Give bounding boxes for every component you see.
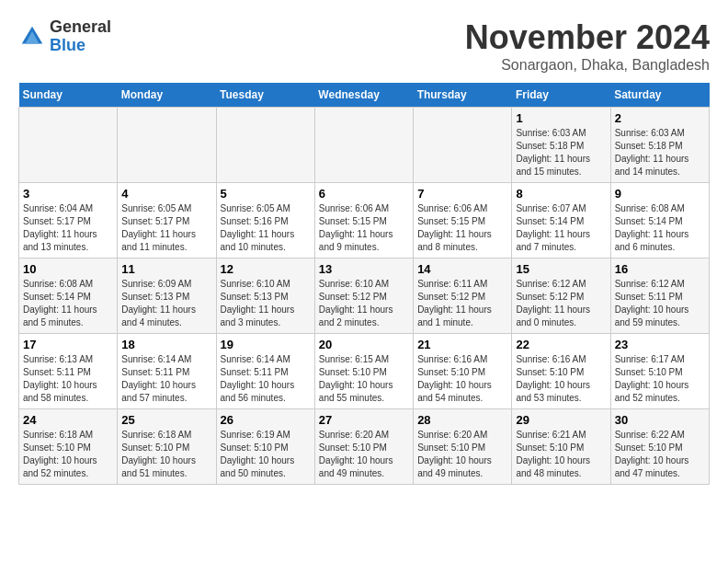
- logo-text: General Blue: [50, 18, 111, 55]
- day-info: Sunrise: 6:21 AM Sunset: 5:10 PM Dayligh…: [516, 429, 606, 480]
- day-info: Sunrise: 6:12 AM Sunset: 5:11 PM Dayligh…: [615, 278, 705, 329]
- calendar-cell: 27Sunrise: 6:20 AM Sunset: 5:10 PM Dayli…: [314, 409, 413, 485]
- weekday-header: Monday: [118, 83, 216, 108]
- day-number: 21: [417, 338, 507, 351]
- day-info: Sunrise: 6:14 AM Sunset: 5:11 PM Dayligh…: [121, 353, 211, 405]
- day-info: Sunrise: 6:12 AM Sunset: 5:12 PM Dayligh…: [516, 278, 606, 329]
- day-number: 26: [221, 413, 311, 427]
- day-number: 3: [23, 187, 113, 201]
- calendar-cell: 11Sunrise: 6:09 AM Sunset: 5:13 PM Dayli…: [118, 259, 216, 334]
- weekday-header: Thursday: [414, 83, 512, 108]
- calendar-cell: 5Sunrise: 6:05 AM Sunset: 5:16 PM Daylig…: [216, 183, 314, 259]
- day-info: Sunrise: 6:03 AM Sunset: 5:18 PM Dayligh…: [615, 127, 705, 178]
- day-number: 1: [516, 111, 606, 125]
- day-info: Sunrise: 6:03 AM Sunset: 5:18 PM Dayligh…: [516, 127, 606, 178]
- day-info: Sunrise: 6:20 AM Sunset: 5:10 PM Dayligh…: [417, 429, 507, 480]
- calendar-cell: 10Sunrise: 6:08 AM Sunset: 5:14 PM Dayli…: [19, 259, 118, 334]
- calendar-cell: 29Sunrise: 6:21 AM Sunset: 5:10 PM Dayli…: [512, 409, 610, 485]
- page-header: General Blue November 2024 Sonargaon, Dh…: [18, 18, 710, 74]
- calendar-week-row: 3Sunrise: 6:04 AM Sunset: 5:17 PM Daylig…: [19, 183, 710, 259]
- day-info: Sunrise: 6:16 AM Sunset: 5:10 PM Dayligh…: [516, 353, 606, 405]
- day-number: 29: [516, 413, 606, 427]
- calendar-cell: 2Sunrise: 6:03 AM Sunset: 5:18 PM Daylig…: [610, 108, 709, 183]
- day-number: 15: [516, 262, 606, 276]
- calendar-week-row: 24Sunrise: 6:18 AM Sunset: 5:10 PM Dayli…: [19, 409, 710, 485]
- day-number: 2: [615, 111, 705, 125]
- logo-icon: [18, 23, 46, 51]
- day-number: 9: [615, 187, 705, 201]
- calendar-cell: 23Sunrise: 6:17 AM Sunset: 5:10 PM Dayli…: [610, 334, 709, 409]
- day-info: Sunrise: 6:09 AM Sunset: 5:13 PM Dayligh…: [121, 278, 211, 329]
- day-info: Sunrise: 6:13 AM Sunset: 5:11 PM Dayligh…: [23, 353, 113, 405]
- day-number: 22: [516, 338, 606, 351]
- logo-blue: Blue: [50, 37, 111, 55]
- day-info: Sunrise: 6:04 AM Sunset: 5:17 PM Dayligh…: [23, 202, 113, 254]
- day-number: 25: [121, 413, 211, 427]
- day-info: Sunrise: 6:10 AM Sunset: 5:13 PM Dayligh…: [221, 278, 311, 329]
- logo-general: General: [50, 18, 111, 37]
- day-number: 28: [417, 413, 507, 427]
- day-number: 19: [221, 338, 311, 351]
- calendar-cell: [118, 108, 216, 183]
- calendar-cell: 6Sunrise: 6:06 AM Sunset: 5:15 PM Daylig…: [314, 183, 413, 259]
- day-info: Sunrise: 6:20 AM Sunset: 5:10 PM Dayligh…: [319, 429, 409, 480]
- calendar-cell: 21Sunrise: 6:16 AM Sunset: 5:10 PM Dayli…: [414, 334, 512, 409]
- calendar-week-row: 10Sunrise: 6:08 AM Sunset: 5:14 PM Dayli…: [19, 259, 710, 334]
- title-block: November 2024 Sonargaon, Dhaka, Banglade…: [465, 18, 710, 74]
- day-info: Sunrise: 6:06 AM Sunset: 5:15 PM Dayligh…: [319, 202, 409, 254]
- day-number: 7: [417, 187, 507, 201]
- calendar-cell: 26Sunrise: 6:19 AM Sunset: 5:10 PM Dayli…: [216, 409, 314, 485]
- calendar-cell: 1Sunrise: 6:03 AM Sunset: 5:18 PM Daylig…: [512, 108, 610, 183]
- day-info: Sunrise: 6:19 AM Sunset: 5:10 PM Dayligh…: [221, 429, 311, 480]
- day-number: 17: [23, 338, 113, 351]
- day-number: 8: [516, 187, 606, 201]
- calendar-cell: 17Sunrise: 6:13 AM Sunset: 5:11 PM Dayli…: [19, 334, 118, 409]
- calendar-cell: 28Sunrise: 6:20 AM Sunset: 5:10 PM Dayli…: [414, 409, 512, 485]
- weekday-header: Tuesday: [216, 83, 314, 108]
- calendar-week-row: 1Sunrise: 6:03 AM Sunset: 5:18 PM Daylig…: [19, 108, 710, 183]
- day-number: 30: [615, 413, 705, 427]
- day-info: Sunrise: 6:18 AM Sunset: 5:10 PM Dayligh…: [23, 429, 113, 480]
- day-info: Sunrise: 6:07 AM Sunset: 5:14 PM Dayligh…: [516, 202, 606, 254]
- logo: General Blue: [18, 18, 111, 55]
- calendar-cell: 12Sunrise: 6:10 AM Sunset: 5:13 PM Dayli…: [216, 259, 314, 334]
- day-info: Sunrise: 6:15 AM Sunset: 5:10 PM Dayligh…: [319, 353, 409, 405]
- weekday-header: Wednesday: [314, 83, 413, 108]
- day-info: Sunrise: 6:11 AM Sunset: 5:12 PM Dayligh…: [417, 278, 507, 329]
- day-info: Sunrise: 6:08 AM Sunset: 5:14 PM Dayligh…: [23, 278, 113, 329]
- calendar-cell: 16Sunrise: 6:12 AM Sunset: 5:11 PM Dayli…: [610, 259, 709, 334]
- day-number: 6: [319, 187, 409, 201]
- calendar-cell: [414, 108, 512, 183]
- weekday-header: Friday: [512, 83, 610, 108]
- day-number: 18: [121, 338, 211, 351]
- day-number: 16: [615, 262, 705, 276]
- calendar-week-row: 17Sunrise: 6:13 AM Sunset: 5:11 PM Dayli…: [19, 334, 710, 409]
- day-info: Sunrise: 6:05 AM Sunset: 5:16 PM Dayligh…: [221, 202, 311, 254]
- weekday-header-row: SundayMondayTuesdayWednesdayThursdayFrid…: [19, 83, 710, 108]
- day-number: 23: [615, 338, 705, 351]
- day-info: Sunrise: 6:06 AM Sunset: 5:15 PM Dayligh…: [417, 202, 507, 254]
- calendar-cell: [216, 108, 314, 183]
- calendar-cell: [314, 108, 413, 183]
- calendar-cell: 19Sunrise: 6:14 AM Sunset: 5:11 PM Dayli…: [216, 334, 314, 409]
- location: Sonargaon, Dhaka, Bangladesh: [465, 57, 710, 74]
- calendar-cell: [19, 108, 118, 183]
- calendar-cell: 20Sunrise: 6:15 AM Sunset: 5:10 PM Dayli…: [314, 334, 413, 409]
- calendar-cell: 24Sunrise: 6:18 AM Sunset: 5:10 PM Dayli…: [19, 409, 118, 485]
- day-info: Sunrise: 6:16 AM Sunset: 5:10 PM Dayligh…: [417, 353, 507, 405]
- calendar-cell: 22Sunrise: 6:16 AM Sunset: 5:10 PM Dayli…: [512, 334, 610, 409]
- day-info: Sunrise: 6:18 AM Sunset: 5:10 PM Dayligh…: [121, 429, 211, 480]
- calendar-cell: 3Sunrise: 6:04 AM Sunset: 5:17 PM Daylig…: [19, 183, 118, 259]
- day-number: 10: [23, 262, 113, 276]
- calendar-cell: 13Sunrise: 6:10 AM Sunset: 5:12 PM Dayli…: [314, 259, 413, 334]
- day-number: 14: [417, 262, 507, 276]
- day-number: 4: [121, 187, 211, 201]
- month-title: November 2024: [465, 18, 710, 57]
- weekday-header: Saturday: [610, 83, 709, 108]
- day-info: Sunrise: 6:10 AM Sunset: 5:12 PM Dayligh…: [319, 278, 409, 329]
- calendar-table: SundayMondayTuesdayWednesdayThursdayFrid…: [18, 83, 710, 485]
- calendar-cell: 15Sunrise: 6:12 AM Sunset: 5:12 PM Dayli…: [512, 259, 610, 334]
- calendar-cell: 18Sunrise: 6:14 AM Sunset: 5:11 PM Dayli…: [118, 334, 216, 409]
- weekday-header: Sunday: [19, 83, 118, 108]
- calendar-cell: 7Sunrise: 6:06 AM Sunset: 5:15 PM Daylig…: [414, 183, 512, 259]
